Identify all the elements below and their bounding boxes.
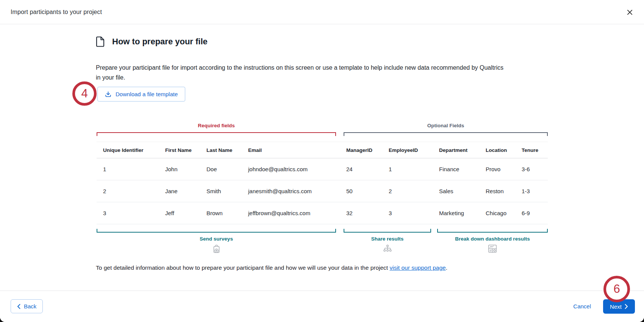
dashboard-icon	[437, 244, 548, 254]
example-table-wrap: Unique IdentifierFirst NameLast NameEmai…	[97, 142, 548, 224]
document-icon	[96, 36, 105, 47]
column-header: Department	[433, 142, 479, 158]
table-cell: 3	[382, 202, 433, 224]
support-note-suffix: .	[446, 264, 447, 271]
chevron-left-icon	[17, 304, 20, 309]
breakdown-bracket	[437, 229, 548, 233]
intro-description-line2: in your file.	[96, 73, 554, 83]
table-cell: 24	[340, 158, 382, 180]
chevron-right-icon	[625, 304, 628, 309]
support-page-link[interactable]: visit our support page	[389, 264, 445, 271]
column-header: Last Name	[200, 142, 242, 158]
column-header: EmployeeID	[382, 142, 433, 158]
dialog-footer: Back Cancel Next	[0, 291, 644, 322]
table-row: 3JeffBrownjeffbrown@qualtrics.com323Mark…	[97, 202, 548, 224]
intro-description-line1: Prepare your participant file for import…	[96, 63, 554, 73]
close-button[interactable]	[624, 7, 635, 17]
download-icon	[105, 91, 111, 97]
intro-heading-row: How to prepare your file	[96, 36, 208, 47]
table-cell: 6-9	[515, 202, 548, 224]
column-header: Email	[242, 142, 340, 158]
table-cell: John	[159, 158, 200, 180]
optional-fields-bracket	[344, 132, 548, 136]
required-fields-bracket	[97, 132, 336, 136]
cancel-button[interactable]: Cancel	[573, 299, 591, 313]
table-cell: johndoe@qualtrics.com	[242, 158, 340, 180]
column-header: ManagerID	[340, 142, 382, 158]
purpose-breakdown-label: Break down dashboard results	[437, 236, 548, 243]
send-surveys-bracket	[97, 229, 336, 233]
table-cell: 1	[382, 158, 433, 180]
table-cell: jeffbrown@qualtrics.com	[242, 202, 340, 224]
table-cell: 3	[97, 202, 159, 224]
annotation-step-4-number: 4	[81, 87, 88, 100]
table-cell: 2	[382, 180, 433, 202]
back-button-label: Back	[24, 303, 36, 309]
column-header: Unique Identifier	[97, 142, 159, 158]
column-header: Location	[479, 142, 515, 158]
table-cell: Doe	[200, 158, 242, 180]
table-cell: Jeff	[159, 202, 200, 224]
table-cell: Reston	[479, 180, 515, 202]
table-cell: Brown	[200, 202, 242, 224]
org-chart-icon	[344, 244, 431, 254]
table-cell: Smith	[200, 180, 242, 202]
back-button[interactable]: Back	[11, 299, 43, 313]
optional-fields-label: Optional Fields	[344, 123, 548, 130]
column-header: Tenure	[515, 142, 548, 158]
table-cell: Provo	[479, 158, 515, 180]
example-table: Unique IdentifierFirst NameLast NameEmai…	[97, 142, 548, 224]
table-cell: Sales	[433, 180, 479, 202]
next-button-label: Next	[610, 303, 622, 310]
table-cell: Jane	[159, 180, 200, 202]
clipboard-plus-icon	[97, 244, 336, 254]
table-cell: janesmith@qualtrics.com	[242, 180, 340, 202]
table-cell: Finance	[433, 158, 479, 180]
table-cell: Chicago	[479, 202, 515, 224]
download-template-button[interactable]: Download a file template	[97, 87, 185, 102]
table-cell: 1-3	[515, 180, 548, 202]
intro-description: Prepare your participant file for import…	[96, 63, 554, 83]
table-cell: 2	[97, 180, 159, 202]
table-cell: 1	[97, 158, 159, 180]
table-cell: 50	[340, 180, 382, 202]
table-cell: Marketing	[433, 202, 479, 224]
table-cell: 3-6	[515, 158, 548, 180]
column-header: First Name	[159, 142, 200, 158]
table-row: 1JohnDoejohndoe@qualtrics.com241FinanceP…	[97, 158, 548, 180]
dialog-title: Import participants to your project	[11, 0, 102, 24]
share-results-bracket	[344, 229, 431, 233]
purpose-share-results-label: Share results	[344, 236, 431, 243]
support-note-text: To get detailed information about how to…	[96, 264, 388, 271]
close-icon	[627, 9, 633, 16]
table-cell: 32	[340, 202, 382, 224]
import-participants-dialog: Import participants to your project How …	[0, 0, 644, 322]
page-title: How to prepare your file	[112, 37, 208, 47]
annotation-step-4: 4	[72, 81, 97, 106]
dialog-header: Import participants to your project	[0, 0, 644, 24]
annotation-step-6: 6	[603, 276, 630, 302]
annotation-step-6-number: 6	[613, 282, 620, 296]
support-note: To get detailed information about how to…	[96, 264, 447, 271]
table-row: 2JaneSmithjanesmith@qualtrics.com502Sale…	[97, 180, 548, 202]
table-header-row: Unique IdentifierFirst NameLast NameEmai…	[97, 142, 548, 158]
required-fields-label: Required fields	[97, 123, 336, 130]
download-template-label: Download a file template	[116, 91, 178, 97]
purpose-send-surveys-label: Send surveys	[97, 236, 336, 243]
